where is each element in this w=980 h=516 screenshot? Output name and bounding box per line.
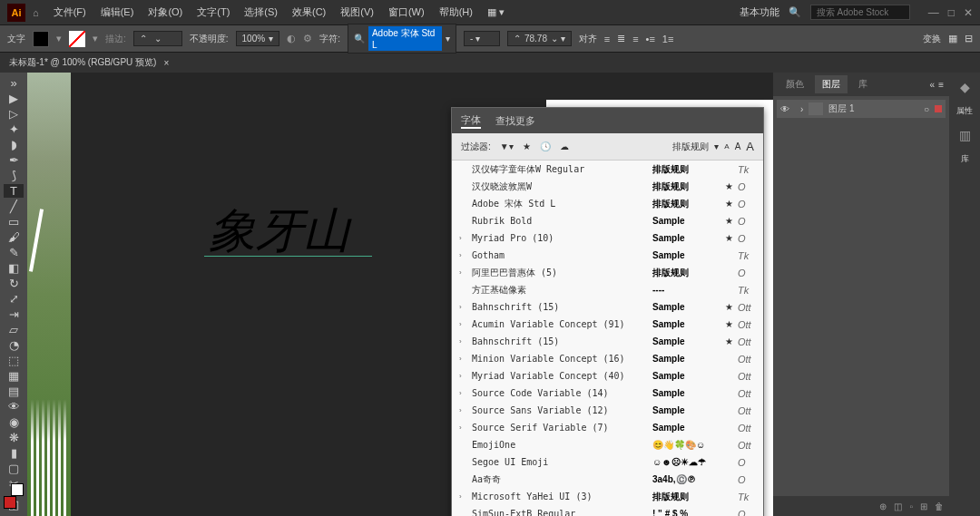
panel-menu-icon[interactable]: ▦	[948, 33, 957, 44]
sample-size-med-icon[interactable]: A	[735, 141, 741, 151]
menu-file[interactable]: 文件(F)	[46, 5, 93, 19]
font-row[interactable]: Adobe 宋体 Std L排版规则★O	[452, 195, 763, 212]
expand-icon[interactable]: ›	[459, 406, 470, 414]
font-row[interactable]: ›Acumin Variable Concept (91)Sample★Ott	[452, 316, 763, 333]
home-icon[interactable]: ⌂	[33, 7, 39, 18]
eyedropper-tool[interactable]: 👁	[4, 400, 24, 414]
delete-layer-icon[interactable]: 🗑	[935, 501, 944, 511]
favorite-icon[interactable]: ★	[725, 336, 738, 346]
placed-image[interactable]	[27, 73, 71, 516]
font-row[interactable]: ›Bahnschrift (15)Sample★Ott	[452, 333, 763, 350]
font-row[interactable]: ›阿里巴巴普惠体 (5)排版规则O	[452, 264, 763, 281]
magic-wand-tool[interactable]: ✦	[4, 122, 24, 136]
filter-activated-icon[interactable]: ☁	[560, 141, 569, 151]
menu-type[interactable]: 文字(T)	[190, 5, 237, 19]
align-center-icon[interactable]: ≣	[617, 33, 625, 44]
font-row[interactable]: ›Source Serif Variable (7)SampleOtt	[452, 419, 763, 436]
libraries-panel-icon[interactable]: ▥	[956, 126, 974, 144]
align-left-icon[interactable]: ≡	[604, 34, 610, 44]
paintbrush-tool[interactable]: 🖌	[4, 230, 24, 244]
menu-window[interactable]: 窗口(W)	[381, 5, 432, 19]
expand-icon[interactable]: ›	[459, 424, 470, 432]
line-tool[interactable]: ╱	[4, 200, 24, 213]
perspective-tool[interactable]: ⬚	[4, 354, 24, 367]
panel-tab-color[interactable]: 颜色	[779, 75, 811, 93]
font-row[interactable]: 方正基础像素----Tk	[452, 281, 763, 298]
panel-tab-layers[interactable]: 图层	[815, 75, 848, 93]
fx-icon[interactable]: ⚙	[303, 33, 312, 44]
menu-effect[interactable]: 效果(C)	[285, 5, 333, 19]
canvas[interactable]: 象牙山 字体 查找更多 过滤器: ▼▾ ★ 🕓 ☁ 排版规则 ▾ A A A	[27, 73, 773, 516]
expand-icon[interactable]: ›	[459, 355, 470, 363]
stroke-weight-input[interactable]: ⌃ ⌄	[133, 31, 182, 46]
window-minimize[interactable]: —	[928, 6, 939, 19]
sample-size-small-icon[interactable]: A	[724, 142, 729, 151]
type-tool[interactable]: T	[4, 184, 24, 198]
font-row[interactable]: Segoe UI Emoji☺☻☹☀☁☂O	[452, 453, 763, 471]
font-row[interactable]: 汉仪铸字童年体W Regular排版规则Tk	[452, 161, 763, 178]
font-tab-fonts[interactable]: 字体	[461, 113, 481, 129]
font-row[interactable]: Aa奇奇3a4b,©️℗O	[452, 471, 763, 488]
expand-icon[interactable]: ›	[459, 320, 470, 328]
font-row[interactable]: ›Microsoft YaHei UI (3)排版规则Tk	[452, 488, 763, 505]
menu-help[interactable]: 帮助(H)	[432, 5, 480, 19]
gradient-tool[interactable]: ▤	[4, 385, 24, 398]
menu-view[interactable]: 视图(V)	[333, 5, 381, 19]
new-layer-icon[interactable]: ⊞	[920, 501, 927, 511]
font-size-input[interactable]: ⌃ 78.78 ⌄ ▾	[507, 31, 572, 46]
font-list[interactable]: 汉仪铸字童年体W Regular排版规则Tk汉仪晓波敦黑W排版规则★OAdobe…	[452, 161, 763, 516]
font-row[interactable]: ›Minion Variable Concept (16)SampleOtt	[452, 350, 763, 367]
font-row[interactable]: ›GothamSampleTk	[452, 247, 763, 264]
create-sublayer-icon[interactable]: ▫	[909, 501, 913, 511]
toolbox-collapse-icon[interactable]: »	[4, 76, 24, 90]
locate-object-icon[interactable]: ⊕	[879, 501, 887, 511]
workspace-switcher[interactable]: 基本功能	[740, 5, 779, 19]
blend-tool[interactable]: ◉	[4, 415, 24, 429]
list-ordered-icon[interactable]: 1≡	[662, 34, 674, 44]
expand-icon[interactable]: ›	[459, 303, 470, 311]
filter-funnel-icon[interactable]: ▼▾	[500, 141, 514, 151]
favorite-icon[interactable]: ★	[725, 216, 738, 226]
mesh-tool[interactable]: ▦	[4, 369, 24, 383]
menu-extras-icon[interactable]: ▦ ▾	[480, 6, 512, 18]
recolor-icon[interactable]: ◐	[287, 33, 296, 44]
favorite-icon[interactable]: ★	[725, 199, 738, 209]
properties-panel-icon[interactable]: ◆	[956, 78, 974, 96]
width-tool[interactable]: ⇥	[4, 307, 24, 321]
symbol-sprayer-tool[interactable]: ❋	[4, 431, 24, 444]
font-row[interactable]: 汉仪晓波敦黑W排版规则★O	[452, 178, 763, 195]
text-object[interactable]: 象牙山	[209, 200, 350, 263]
menu-select[interactable]: 选择(S)	[237, 5, 285, 19]
expand-icon[interactable]: ›	[459, 268, 470, 277]
font-style-dropdown[interactable]: - ▾	[464, 31, 500, 46]
filter-favorite-icon[interactable]: ★	[523, 141, 531, 151]
fill-dropdown-icon[interactable]: ▾	[56, 33, 62, 44]
panel-tab-libraries[interactable]: 库	[851, 75, 875, 93]
filter-recent-icon[interactable]: 🕓	[540, 141, 551, 151]
options-collapse-icon[interactable]: ⊟	[965, 33, 973, 44]
sort-dropdown-icon[interactable]: ▾	[714, 141, 719, 151]
sample-size-large-icon[interactable]: A	[746, 140, 754, 153]
visibility-icon[interactable]: 👁	[780, 104, 789, 114]
free-transform-tool[interactable]: ▱	[4, 323, 24, 336]
font-family-dropdown[interactable]: 🔍 Adobe 宋体 Std L ▾	[348, 24, 456, 54]
expand-icon[interactable]: ›	[459, 337, 470, 346]
expand-icon[interactable]: ›	[459, 251, 470, 259]
stroke-swatch[interactable]	[69, 31, 85, 47]
panel-collapse-icon[interactable]: «	[930, 80, 936, 90]
window-maximize[interactable]: □	[948, 6, 955, 19]
artboard-tool[interactable]: ▢	[4, 462, 24, 475]
font-row[interactable]: SimSun-ExtB Regular! " # $ %O	[452, 505, 763, 516]
scale-tool[interactable]: ⤢	[4, 292, 24, 306]
tab-close-icon[interactable]: ×	[163, 58, 169, 68]
stock-search-input[interactable]	[810, 5, 910, 20]
favorite-icon[interactable]: ★	[725, 319, 738, 329]
font-row[interactable]: ›Myriad Pro (10)Sample★O	[452, 229, 763, 247]
make-clipping-mask-icon[interactable]: ◫	[894, 501, 902, 511]
rectangle-tool[interactable]: ▭	[4, 215, 24, 229]
favorite-icon[interactable]: ★	[725, 233, 738, 243]
search-icon[interactable]: 🔍	[789, 6, 801, 18]
font-row[interactable]: ›Source Code Variable (14)SampleOtt	[452, 385, 763, 402]
document-tab[interactable]: 未标题-1* @ 100% (RGB/GPU 预览) ×	[0, 53, 980, 73]
opacity-input[interactable]: 100% ▾	[236, 31, 280, 46]
